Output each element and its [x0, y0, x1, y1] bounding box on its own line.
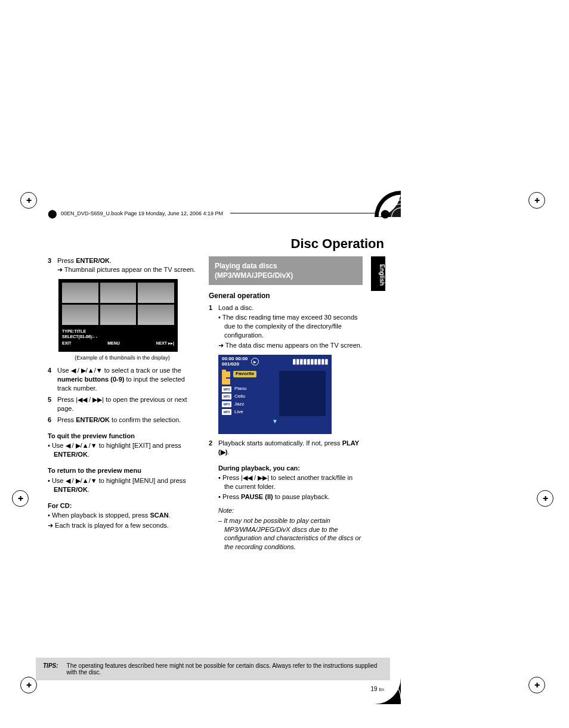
- equalizer-icon: ▮▮▮▮▮▮▮▮▮▮: [292, 357, 328, 366]
- registration-mark-icon: ✚: [20, 192, 41, 212]
- list-item: The disc reading time may exceed 30 seco…: [218, 313, 363, 340]
- button-label-ref: numeric buttons (0-9): [57, 376, 124, 383]
- note-text: – It may not be possible to play certain…: [218, 516, 363, 552]
- text: Load a disc.: [218, 304, 253, 311]
- step-1: 1 Load a disc. The disc reading time may…: [209, 303, 363, 350]
- registration-mark-icon: ✚: [528, 192, 549, 212]
- thumbnail-type-label: TYPE:TITLE: [62, 329, 174, 334]
- text: Press: [222, 474, 241, 481]
- text: .: [110, 257, 112, 264]
- text: to pause playback.: [273, 493, 330, 500]
- text: Playback starts automatically. If not, p…: [218, 439, 342, 447]
- arrow-keys-icon: ◀ / ▶/▲/▼: [66, 477, 97, 484]
- page: ✚ ✚ ✚ ✚ ✚ ✚ ⬤ 00EN_DVD-S659_U.book Page …: [0, 0, 569, 728]
- step-number: 2: [209, 439, 218, 457]
- step-number: 4: [48, 366, 57, 393]
- for-cd-heading: For CD:: [48, 501, 197, 510]
- mp3-file-icon: MP3: [222, 394, 231, 399]
- scroll-down-icon: ▼: [222, 417, 328, 426]
- arrow-keys-icon: ◀ / ▶/▲/▼: [66, 442, 97, 449]
- tips-bar: TIPS: The operating features described h…: [36, 658, 390, 680]
- right-column: Playing data discs (MP3/WMA/JPEG/DivX) G…: [209, 256, 363, 552]
- quit-preview-heading: To quit the preview function: [48, 432, 197, 441]
- tips-text: The operating features described here mi…: [67, 662, 383, 676]
- track-label: Live: [234, 409, 243, 416]
- track-row: MP3 Piano: [222, 386, 279, 392]
- list-item: Press PAUSE (II) to pause playback.: [218, 492, 363, 501]
- folder-label: Favorite: [233, 371, 256, 377]
- button-label-ref: ENTER/OK: [54, 451, 88, 458]
- text: to select a track or use the: [103, 367, 181, 374]
- thumbnail-select-label: SELECT(01-06):- -: [62, 334, 174, 339]
- text: to highlight [EXIT] and press: [97, 442, 181, 449]
- thumbnail-caption: (Example of 6 thumbnails in the display): [48, 354, 197, 361]
- section-header-box: Playing data discs (MP3/WMA/JPEG/DivX): [209, 256, 363, 285]
- text: Use: [52, 477, 66, 484]
- text: Press: [57, 396, 76, 403]
- track-row: MP3 Live: [222, 409, 279, 416]
- text: Press: [222, 493, 241, 500]
- mp3-file-icon: MP3: [222, 401, 231, 407]
- track-label: Piano: [234, 386, 246, 392]
- step-number: 5: [48, 395, 57, 413]
- disc-preview-area: [279, 371, 326, 416]
- text: Thumbnail pictures appear on the TV scre…: [64, 266, 196, 273]
- thumbnail-preview-panel: TYPE:TITLE SELECT(01-06):- - EXIT MENU N…: [58, 279, 178, 352]
- text: The data disc menu appears on the TV scr…: [225, 342, 362, 349]
- mp3-file-icon: MP3: [222, 386, 231, 392]
- result-arrow: The data disc menu appears on the TV scr…: [218, 341, 363, 350]
- mp3-file-icon: MP3: [222, 409, 231, 415]
- print-header-text: 00EN_DVD-S659_U.book Page 19 Monday, Jun…: [61, 210, 223, 216]
- tips-label: TIPS:: [43, 662, 58, 676]
- step-number: 1: [209, 303, 218, 350]
- thumbnail-menu-exit: EXIT: [62, 340, 72, 346]
- text: .: [88, 486, 89, 493]
- track-row: MP3 Cello: [222, 394, 279, 400]
- thumbnail-image: [62, 305, 98, 325]
- text: Use: [57, 367, 71, 374]
- text: .: [88, 451, 89, 458]
- list-item: Press |◀◀ / ▶▶| to select another track/…: [218, 473, 363, 491]
- list-item: Use ◀ / ▶/▲/▼ to highlight [MENU] and pr…: [48, 476, 197, 494]
- thumbnail-image: [62, 283, 98, 303]
- arrow-keys-icon: ◀ / ▶/▲/▼: [71, 367, 103, 374]
- left-column: 3 Press ENTER/OK. Thumbnail pictures app…: [48, 256, 197, 530]
- button-label-ref: SCAN: [150, 512, 168, 519]
- thumbnail-image: [100, 283, 137, 303]
- step-number: 6: [48, 416, 57, 425]
- registration-mark-icon: ✚: [12, 490, 32, 510]
- step-5: 5 Press |◀◀ / ▶▶| to open the previous o…: [48, 395, 197, 413]
- text: When playback is stopped, press: [52, 512, 150, 519]
- thumbnail-image: [138, 283, 174, 303]
- prev-next-icon: |◀◀ / ▶▶|: [241, 474, 269, 481]
- button-label-ref: ENTER/OK: [54, 486, 88, 493]
- list-item: When playback is stopped, press SCAN.: [48, 511, 197, 520]
- note-label: Note:: [218, 506, 363, 515]
- step-3: 3 Press ENTER/OK. Thumbnail pictures app…: [48, 256, 197, 274]
- general-operation-heading: General operation: [209, 291, 363, 301]
- page-number: 19 En: [371, 686, 384, 692]
- folder-row: [222, 379, 279, 385]
- text: Press: [57, 257, 76, 264]
- return-preview-heading: To return to the preview menu: [48, 466, 197, 475]
- prev-next-icon: |◀◀ / ▶▶|: [76, 396, 104, 403]
- folder-icon: [222, 379, 230, 385]
- text: .: [227, 448, 229, 456]
- data-disc-menu-panel: 00:00 00:00 001/020 ▶ ▮▮▮▮▮▮▮▮▮▮ Favorit…: [218, 355, 332, 434]
- step-4: 4 Use ◀ / ▶/▲/▼ to select a track or use…: [48, 366, 197, 393]
- text: .: [169, 512, 171, 519]
- page-number-suffix: En: [379, 687, 384, 692]
- result-arrow: Each track is played for a few seconds.: [48, 521, 197, 530]
- button-label-ref: ENTER/OK: [76, 257, 110, 264]
- disc-count: 001/020: [222, 362, 248, 367]
- text: Use: [52, 442, 66, 449]
- list-item: Use ◀ / ▶/▲/▼ to highlight [EXIT] and pr…: [48, 441, 197, 459]
- print-header: ⬤ 00EN_DVD-S659_U.book Page 19 Monday, J…: [48, 209, 390, 218]
- step-number: 3: [48, 256, 57, 274]
- page-title: Disc Operation: [203, 236, 384, 252]
- thumbnail-menu-menu: MENU: [107, 340, 120, 346]
- thumbnail-image: [138, 305, 174, 325]
- text: to confirm the selection.: [110, 416, 181, 423]
- button-label-ref: PAUSE (II): [241, 493, 273, 500]
- text: Press: [57, 416, 76, 423]
